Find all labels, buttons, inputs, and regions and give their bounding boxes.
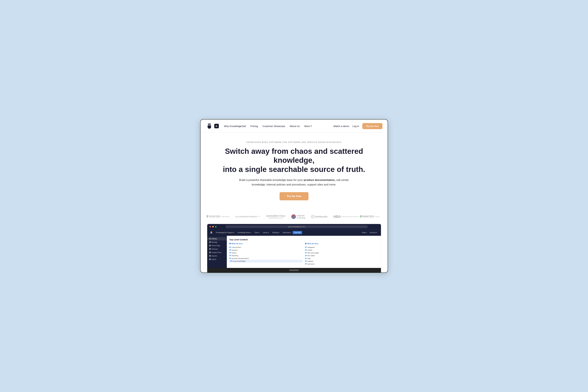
try-free-button-nav[interactable]: Try for free	[362, 123, 382, 129]
articles-icon	[209, 238, 211, 240]
svg-point-12	[211, 232, 211, 232]
app-nav-kb[interactable]: Knowledge Base ▾	[236, 231, 253, 234]
logo-area[interactable]: B	[206, 122, 219, 130]
contact-icon	[209, 252, 211, 253]
sidebar-import[interactable]: Import	[207, 258, 227, 261]
files-icon	[305, 252, 306, 254]
globe-icon: ◎	[311, 215, 314, 218]
import-icon	[209, 258, 211, 260]
security-icon	[230, 258, 231, 259]
nav-right: Watch a demo Log in Try for free	[334, 123, 382, 129]
content-item-billing[interactable]: Account and billing	[230, 260, 302, 262]
scroll-thumb[interactable]	[289, 270, 299, 271]
hero-section: KNOWLEDGE BASE SOFTWARE FOR SOFTWARE AND…	[200, 133, 388, 213]
content-left-col: Write the docs Look and feel Features	[230, 243, 302, 265]
articles-item-icon	[305, 249, 306, 250]
manage-icon	[209, 241, 211, 243]
browser-window: B Why KnowledgeOwl Pricing Customer Show…	[200, 119, 388, 273]
address-bar[interactable]: app.knowledgeowl.com	[226, 225, 368, 228]
content-item-tags[interactable]: Tags	[305, 257, 378, 260]
app-screenshot: app.knowledgeowl.com KnowledgeOwl Suppor…	[207, 224, 381, 272]
snippets-icon	[305, 260, 306, 262]
logos-strip: FRONTIER AIRLINES ALEXANDERFORREST↗ Jack…	[200, 213, 388, 224]
try-free-button-hero[interactable]: Try for free	[280, 192, 308, 200]
app-nav-library[interactable]: Library ▾	[261, 231, 270, 234]
tags-icon	[305, 258, 306, 259]
content-item-categories[interactable]: Categories	[305, 246, 378, 249]
dot-green	[215, 226, 216, 228]
app-main-content: Top Level Content Write the docs Look an…	[227, 236, 381, 268]
nav-link-showcase[interactable]: Customer Showcase	[262, 125, 285, 128]
logo-frontier-airlines-2: FRONTIER AIRLI...	[360, 215, 381, 218]
look-icon	[230, 246, 231, 248]
nav-link-why[interactable]: Why KnowledgeOwl	[224, 125, 246, 128]
logo-devresults: ◎ DevResults	[311, 215, 328, 218]
content-item-look[interactable]: Look and feel	[230, 246, 302, 249]
app-sidebar: Articles Manage Home Page Glossary Conta…	[207, 236, 227, 268]
svg-point-7	[208, 124, 209, 125]
scroll-bar-bottom	[207, 268, 381, 272]
logo-frontier-airlines-1: FRONTIER AIRLINES	[206, 215, 230, 218]
right-section-title: Write the docs	[305, 243, 378, 244]
nav-link-more[interactable]: More	[304, 125, 312, 128]
app-body: Articles Manage Home Page Glossary Conta…	[207, 236, 381, 268]
app-topbar: app.knowledgeowl.com	[207, 224, 381, 230]
nav-link-pricing[interactable]: Pricing	[250, 125, 258, 128]
owl-logo-icon	[206, 122, 213, 130]
sidebar-glossary[interactable]: Glossary	[207, 247, 227, 251]
features-icon	[230, 249, 231, 250]
synonyms-icon	[305, 263, 306, 264]
watch-demo-link[interactable]: Watch a demo	[334, 125, 349, 128]
categories-icon	[305, 246, 306, 248]
app-nav-tools[interactable]: Tools ▾	[253, 231, 261, 234]
app-nav-help[interactable]: Help ▾	[360, 231, 368, 234]
nav-link-about[interactable]: About Us	[290, 125, 300, 128]
reporting-icon	[230, 255, 231, 256]
sidebar-articles[interactable]: Articles	[207, 237, 227, 240]
billing-icon	[230, 260, 232, 262]
content-item-snippets[interactable]: Snippets	[305, 260, 378, 262]
logo-alexander-forrest: ALEXANDERFORREST↗	[236, 216, 260, 218]
content-item-security[interactable]: Security and permissions	[230, 257, 302, 260]
content-item-search[interactable]: Search	[230, 252, 302, 254]
sidebar-manage[interactable]: Manage	[207, 240, 227, 244]
app-nav-settings[interactable]: Settings ▾	[270, 231, 281, 234]
left-section-title: Write the docs	[230, 243, 302, 244]
sidebar-home-page[interactable]: Home Page	[207, 244, 227, 247]
glossary-icon	[209, 248, 211, 250]
app-nav-support[interactable]: KnowledgeOwl Support ▾	[214, 231, 236, 234]
logo-inspired-elearning: Inspired eLearning	[291, 214, 305, 219]
content-item-articles[interactable]: Articles	[305, 249, 378, 252]
nav-links: Why KnowledgeOwl Pricing Customer Showca…	[224, 125, 334, 128]
hero-description: Build a powerful shareable knowledge bas…	[237, 178, 351, 187]
chevron-down-icon	[310, 126, 312, 126]
logo-jackrabbit-class: Jackrabbit Class JackrabbitClass.com	[266, 214, 286, 219]
content-item-reporting[interactable]: Reporting	[230, 254, 302, 257]
home-icon	[209, 245, 211, 246]
navbar: B Why KnowledgeOwl Pricing Customer Show…	[200, 120, 388, 133]
dot-red	[210, 226, 211, 228]
content-item-files[interactable]: Files and images	[305, 252, 378, 254]
hero-title: Switch away from chaos and scattered kno…	[210, 147, 378, 174]
inspired-icon	[291, 214, 296, 219]
content-right-col: Write the docs Categories Articles	[305, 243, 378, 265]
content-title: Top Level Content	[230, 238, 378, 241]
sidebar-contact-form[interactable]: Contact Form	[207, 251, 227, 254]
svg-point-8	[210, 124, 210, 125]
content-item-features[interactable]: Features	[230, 249, 302, 252]
app-nav-bar: KnowledgeOwl Support ▾ Knowledge Base ▾ …	[207, 230, 381, 236]
app-nav-view-kb[interactable]: View KB	[292, 231, 302, 234]
logo-hba: HBA Healthcare Businesswomen's Associati…	[334, 214, 354, 219]
exports-icon	[209, 255, 211, 257]
dot-yellow	[212, 226, 214, 228]
app-nav-reporting[interactable]: Reporting ▾	[281, 231, 292, 234]
content-item-synonyms[interactable]: Synonyms	[305, 262, 378, 265]
app-nav-account[interactable]: Account ▾	[368, 231, 379, 234]
app-owl-icon	[210, 230, 213, 234]
login-link[interactable]: Log in	[352, 125, 359, 128]
hero-subtitle: KNOWLEDGE BASE SOFTWARE FOR SOFTWARE AND…	[210, 141, 378, 143]
content-item-file-labels[interactable]: File Labels	[305, 254, 378, 257]
search-icon	[230, 252, 231, 254]
sidebar-exports[interactable]: Exports	[207, 254, 227, 258]
badge-b: B	[214, 124, 219, 128]
